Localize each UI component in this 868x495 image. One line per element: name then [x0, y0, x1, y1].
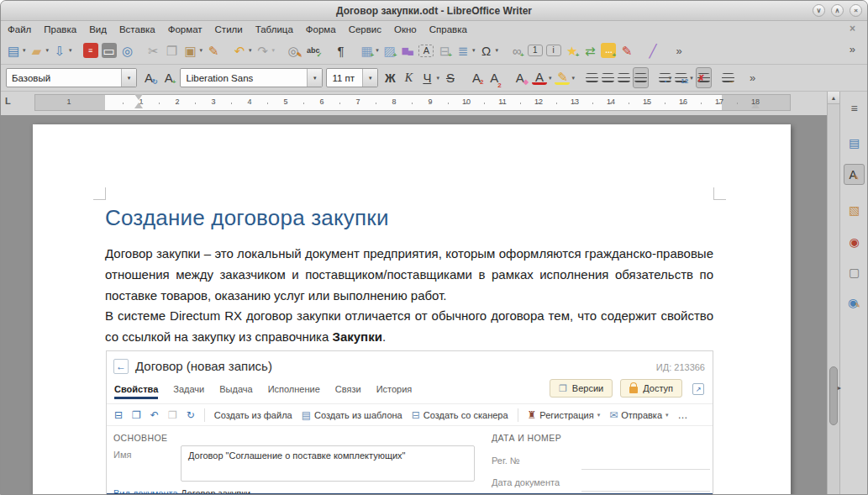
formatting-marks-button[interactable]: ¶: [333, 40, 350, 61]
horizontal-ruler[interactable]: 1 1 2 3 4 5 6 7: [34, 94, 791, 111]
italic-button[interactable]: К: [400, 67, 417, 88]
title-bar[interactable]: Договор закупки.odt - LibreOffice Writer…: [1, 1, 867, 21]
doc-paragraph-1[interactable]: Договор закупки – это локальный документ…: [105, 243, 713, 306]
save-button[interactable]: ⇩ ▾: [51, 40, 73, 61]
clear-formatting-button[interactable]: A ◆: [512, 67, 529, 88]
open-button[interactable]: ▰ ▾: [29, 40, 50, 61]
create-from-template-button: ▤ Создать из шаблона: [302, 410, 402, 420]
highlight-button[interactable]: ✎ ▾: [554, 67, 576, 88]
separator: [204, 408, 205, 422]
insert-special-character-button[interactable]: Ω ▾: [478, 40, 500, 61]
menu-styles[interactable]: Стили: [215, 24, 243, 34]
align-justify-button[interactable]: [633, 67, 649, 88]
chevron-down-icon[interactable]: ▾: [307, 69, 322, 87]
sidebar-settings-button[interactable]: ≡: [844, 97, 865, 118]
gallery-tab[interactable]: ▧: [844, 199, 865, 220]
new-style-button[interactable]: A +: [160, 67, 177, 88]
menu-insert[interactable]: Вставка: [119, 24, 155, 34]
page-tab[interactable]: ▢: [844, 261, 865, 282]
menu-edit[interactable]: Правка: [44, 24, 76, 34]
sidebar-hide-handle[interactable]: ▸: [838, 384, 841, 392]
insert-endnote-button[interactable]: i: [545, 40, 562, 61]
minimize-button[interactable]: ∨: [813, 4, 825, 17]
separator: [518, 408, 518, 422]
tab-stop-selector[interactable]: L: [5, 96, 11, 106]
print-preview-button[interactable]: ◎: [119, 40, 136, 61]
window-title: Договор закупки.odt - LibreOffice Writer: [336, 5, 532, 17]
numbered-list-button[interactable]: 12 ▾: [674, 67, 693, 88]
new-document-button[interactable]: ▤ ▾: [5, 40, 27, 61]
paste-button[interactable]: ▣ ▾: [182, 40, 204, 61]
save-and-new-button: ❐: [132, 410, 141, 420]
export-pdf-button[interactable]: ≡: [82, 40, 99, 61]
scrollbar-thumb[interactable]: [829, 366, 838, 425]
insert-text-box-button[interactable]: A: [418, 40, 434, 61]
bullet-list-button[interactable]: • ▾: [658, 67, 672, 88]
font-size-combobox[interactable]: 11 пт ▾: [326, 68, 378, 87]
track-changes-button[interactable]: ✎: [618, 40, 635, 61]
refresh-button: ↻: [187, 410, 195, 420]
embedded-screenshot-image[interactable]: ← Договор (новая запись) ИД: 213366 Свой…: [106, 350, 713, 495]
font-color-button[interactable]: A ▾: [531, 67, 553, 88]
insert-chart-button[interactable]: ▆▄: [399, 40, 416, 61]
menu-table[interactable]: Таблица: [255, 24, 293, 34]
properties-tab[interactable]: ▤: [844, 132, 865, 153]
close-document-icon[interactable]: ×: [850, 23, 855, 34]
format-overflow[interactable]: »: [744, 67, 761, 88]
menu-file[interactable]: Файл: [8, 24, 31, 34]
no-list-button[interactable]: ✗: [696, 67, 712, 88]
more-button: …: [678, 410, 688, 420]
vertical-scrollbar[interactable]: ▲: [827, 92, 839, 495]
menu-window[interactable]: Окно: [394, 24, 417, 34]
align-right-button[interactable]: [617, 67, 631, 88]
styles-tab[interactable]: A ✎: [844, 164, 865, 185]
menu-form[interactable]: Форма: [306, 24, 336, 34]
menu-format[interactable]: Формат: [168, 24, 203, 34]
insert-hyperlink-button[interactable]: ∞ +: [508, 40, 525, 61]
insert-page-break-button[interactable]: ⊟ +: [436, 40, 453, 61]
document-page[interactable]: Создание договора закупки Договор закупк…: [33, 124, 791, 495]
find-replace-button[interactable]: ◎ ✎: [285, 40, 303, 61]
bold-button[interactable]: Ж: [381, 67, 398, 88]
insert-bookmark-button[interactable]: ★ +: [564, 40, 581, 61]
undo-button[interactable]: ↶ ▾: [231, 40, 253, 61]
menu-help[interactable]: Справка: [429, 24, 467, 34]
navigator-tab[interactable]: ◉: [844, 231, 865, 252]
insert-table-button[interactable]: ▦ + ▾: [359, 40, 380, 61]
toolbar-overflow[interactable]: »: [671, 40, 687, 61]
toolbar-overflow-right[interactable]: »: [850, 43, 860, 55]
strikethrough-button[interactable]: S: [442, 67, 459, 88]
insert-image-button[interactable]: ▨ +: [381, 40, 398, 61]
print-button[interactable]: ▭: [101, 40, 118, 61]
subscript-button[interactable]: A 2: [486, 67, 502, 88]
clone-formatting-button[interactable]: ✎: [205, 40, 222, 61]
update-style-button[interactable]: A ↻: [140, 67, 159, 88]
align-center-button[interactable]: [601, 67, 615, 88]
insert-footnote-button[interactable]: 1: [527, 40, 544, 61]
superscript-button[interactable]: A 2: [468, 67, 484, 88]
menu-view[interactable]: Вид: [89, 24, 107, 34]
scroll-up-button[interactable]: ▲: [828, 92, 839, 104]
cut-button[interactable]: ✂: [145, 40, 162, 61]
doc-heading[interactable]: Создание договора закупки: [105, 205, 389, 231]
insert-comment-button[interactable]: … +: [600, 40, 617, 61]
chevron-down-icon[interactable]: ▾: [362, 69, 377, 87]
redo-button[interactable]: ↷ ▾: [255, 40, 276, 61]
close-button[interactable]: ×: [850, 4, 862, 17]
copy-button[interactable]: ❐: [164, 40, 181, 61]
align-left-button[interactable]: [585, 67, 599, 88]
spelling-button[interactable]: abc ✓: [305, 40, 324, 61]
insert-line-button[interactable]: ╱: [644, 40, 661, 61]
insert-cross-reference-button[interactable]: ⇄: [581, 40, 598, 61]
paragraph-style-combobox[interactable]: Базовый ▾: [6, 68, 137, 87]
doc-paragraph-2[interactable]: В системе Directum RX договор закупки от…: [105, 305, 713, 347]
insert-field-button[interactable]: ≣ ▾: [455, 40, 476, 61]
menu-tools[interactable]: Сервис: [349, 24, 381, 34]
maximize-button[interactable]: ∧: [831, 4, 844, 17]
underline-button[interactable]: Ч ▾: [418, 67, 440, 88]
increase-indent-button[interactable]: →: [721, 67, 735, 88]
style-inspector-tab[interactable]: ◉ ✎: [844, 292, 865, 313]
chevron-down-icon[interactable]: ▾: [121, 69, 136, 87]
send-menu: ✉ Отправка ▾: [609, 410, 668, 420]
font-name-combobox[interactable]: Liberation Sans ▾: [180, 68, 323, 87]
